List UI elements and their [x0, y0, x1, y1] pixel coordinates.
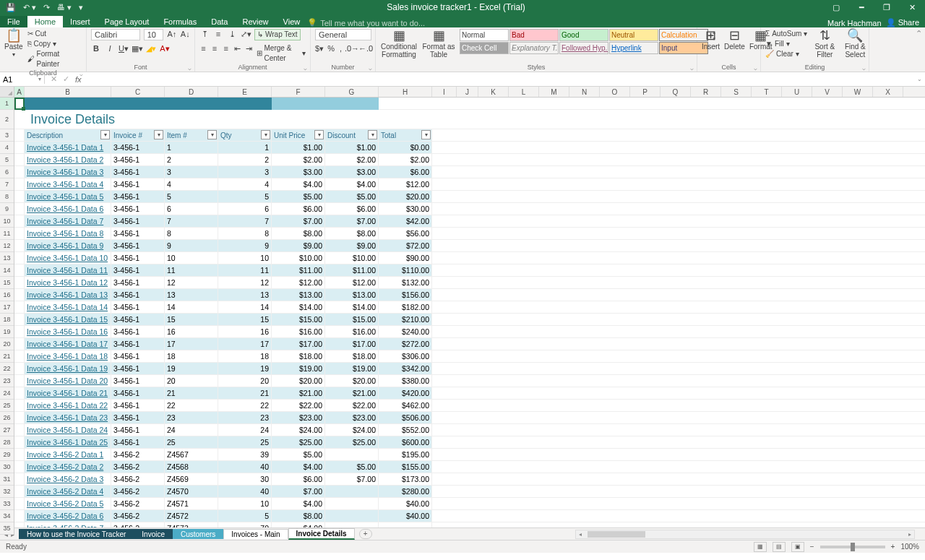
cell-total[interactable]: $30.00	[379, 203, 432, 215]
cell-description[interactable]: Invoice 3-456-1 Data 1	[25, 142, 111, 153]
row-header[interactable]: 3	[0, 129, 14, 142]
decrease-indent-icon[interactable]: ⇤	[233, 43, 241, 53]
tell-me-search[interactable]: 💡Tell me what you want to do...	[307, 18, 822, 27]
cell[interactable]	[14, 375, 25, 387]
cell-item[interactable]: Z4569	[165, 473, 218, 485]
cell[interactable]	[14, 449, 25, 460]
cell-unit-price[interactable]: $15.00	[272, 314, 325, 325]
cell-unit-price[interactable]: $4.00	[272, 178, 325, 190]
cell-invoice[interactable]: 3-456-1	[111, 191, 165, 202]
cell-invoice[interactable]: 3-456-2	[111, 449, 165, 460]
row-header[interactable]: 24	[0, 387, 14, 400]
cell-discount[interactable]: $24.00	[325, 424, 379, 436]
cell-qty[interactable]: 10	[218, 252, 272, 264]
cell-description[interactable]: Invoice 3-456-1 Data 19	[25, 363, 111, 374]
cell-total[interactable]: $40.00	[379, 498, 432, 509]
cell-description[interactable]: Invoice 3-456-1 Data 14	[25, 301, 111, 313]
column-header[interactable]: E	[218, 87, 272, 97]
restore-icon[interactable]: ❐	[879, 3, 894, 12]
cell[interactable]	[14, 424, 25, 436]
cell-invoice[interactable]: 3-456-1	[111, 203, 165, 215]
row-header[interactable]: 25	[0, 400, 14, 412]
cell-discount[interactable]: $1.00	[325, 142, 379, 153]
number-format-select[interactable]: General	[315, 29, 371, 40]
table-header[interactable]: Description▾	[25, 129, 111, 141]
cell-description[interactable]: Invoice 3-456-1 Data 12	[25, 277, 111, 288]
decrease-font-icon[interactable]: A↓	[181, 29, 190, 39]
cell-invoice[interactable]: 3-456-1	[111, 289, 165, 301]
zoom-slider[interactable]	[820, 546, 885, 548]
column-header[interactable]: V	[812, 87, 843, 97]
cell-description[interactable]: Invoice 3-456-1 Data 23	[25, 412, 111, 423]
cell-qty[interactable]: 13	[218, 289, 272, 301]
column-header[interactable]: H	[379, 87, 432, 97]
column-header[interactable]: B	[25, 87, 111, 97]
cell-total[interactable]: $462.00	[379, 400, 432, 411]
cell-unit-price[interactable]: $9.00	[272, 240, 325, 251]
currency-icon[interactable]: $▾	[315, 43, 324, 53]
cell-item[interactable]: 24	[165, 424, 218, 436]
cell-invoice[interactable]: 3-456-1	[111, 154, 165, 165]
cell-item[interactable]: 6	[165, 203, 218, 215]
cell-description[interactable]: Invoice 3-456-1 Data 15	[25, 314, 111, 325]
cell[interactable]	[14, 486, 25, 497]
clear-button[interactable]: 🧹Clear ▾	[765, 49, 807, 59]
cell-invoice[interactable]: 3-456-1	[111, 314, 165, 325]
autosum-button[interactable]: ΣAutoSum ▾	[765, 29, 807, 39]
cell-invoice[interactable]: 3-456-1	[111, 412, 165, 423]
cell[interactable]	[14, 400, 25, 411]
cell-invoice[interactable]: 3-456-2	[111, 510, 165, 522]
cell-qty[interactable]: 18	[218, 350, 272, 362]
cell-item[interactable]: 15	[165, 314, 218, 325]
cell-description[interactable]: Invoice 3-456-2 Data 2	[25, 461, 111, 473]
sheet-tab-invoices-main[interactable]: Invoices - Main	[223, 529, 288, 539]
cell-total[interactable]: $210.00	[379, 314, 432, 325]
column-header[interactable]: L	[509, 87, 539, 97]
cell-unit-price[interactable]: $22.00	[272, 400, 325, 411]
cell-description[interactable]: Invoice 3-456-2 Data 3	[25, 473, 111, 485]
tab-view[interactable]: View	[276, 16, 308, 27]
cell-item[interactable]: 1	[165, 142, 218, 153]
decrease-decimal-icon[interactable]: ←.0	[361, 43, 371, 53]
cell-invoice[interactable]: 3-456-1	[111, 400, 165, 411]
style-normal[interactable]: Normal	[460, 29, 509, 41]
cell-item[interactable]: Z4572	[165, 510, 218, 522]
cell[interactable]	[14, 338, 25, 350]
font-color-button[interactable]: A▾	[160, 43, 170, 53]
cell-invoice[interactable]: 3-456-1	[111, 264, 165, 276]
table-header[interactable]: Invoice #▾	[111, 129, 165, 141]
style-neutral[interactable]: Neutral	[609, 29, 658, 41]
font-size-select[interactable]: 10	[144, 29, 163, 40]
cell-item[interactable]: 23	[165, 412, 218, 423]
align-bottom-icon[interactable]: ⤓	[227, 29, 237, 39]
cell-total[interactable]: $342.00	[379, 363, 432, 374]
cell-total[interactable]: $20.00	[379, 191, 432, 202]
cell-description[interactable]: Invoice 3-456-1 Data 13	[25, 289, 111, 301]
cell-total[interactable]: $306.00	[379, 350, 432, 362]
cell[interactable]	[14, 178, 25, 190]
cell-unit-price[interactable]: $6.00	[272, 203, 325, 215]
cell-invoice[interactable]: 3-456-1	[111, 424, 165, 436]
cell-description[interactable]: Invoice 3-456-1 Data 9	[25, 240, 111, 251]
cell-item[interactable]: 25	[165, 436, 218, 448]
cell-discount[interactable]: $18.00	[325, 350, 379, 362]
cell[interactable]	[14, 498, 25, 509]
normal-view-icon[interactable]: ▦	[754, 542, 767, 552]
cell-discount[interactable]	[325, 498, 379, 509]
cell-qty[interactable]: 10	[218, 498, 272, 509]
cell-item[interactable]: 5	[165, 191, 218, 202]
cell-description[interactable]: Invoice 3-456-1 Data 17	[25, 338, 111, 350]
cell-qty[interactable]: 24	[218, 424, 272, 436]
cell-discount[interactable]: $10.00	[325, 252, 379, 264]
cell-unit-price[interactable]: $7.00	[272, 486, 325, 497]
cell-qty[interactable]: 40	[218, 486, 272, 497]
save-icon[interactable]: 💾	[6, 3, 16, 12]
cell-invoice[interactable]: 3-456-1	[111, 436, 165, 448]
cell-unit-price[interactable]: $4.00	[272, 498, 325, 509]
cell-invoice[interactable]: 3-456-1	[111, 240, 165, 251]
horizontal-scrollbar[interactable]: ◂▸	[575, 530, 915, 539]
cell-description[interactable]: Invoice 3-456-1 Data 7	[25, 215, 111, 227]
filter-dropdown-icon[interactable]: ▾	[154, 130, 163, 139]
quickprint-icon[interactable]: 🖶 ▾	[57, 3, 72, 12]
cell-item[interactable]: 9	[165, 240, 218, 251]
